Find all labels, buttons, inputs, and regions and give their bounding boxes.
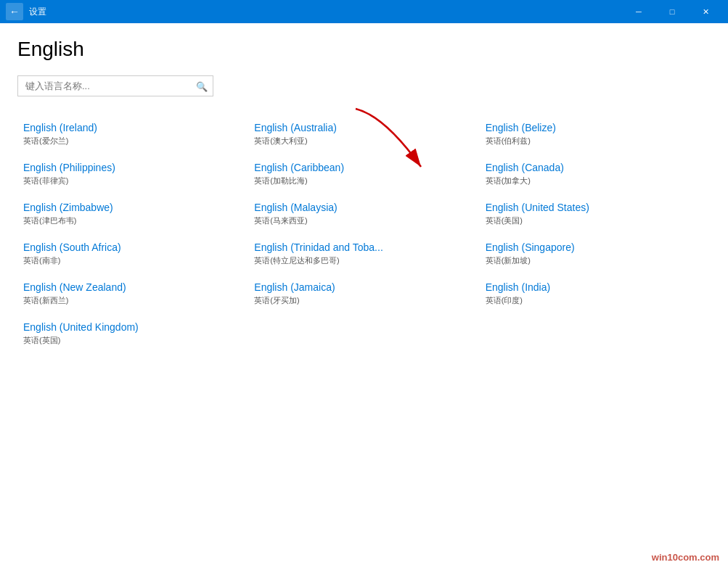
- lang-item-philippines[interactable]: English (Philippines) 英语(菲律宾): [17, 154, 248, 194]
- lang-name: English (Caribbean): [254, 161, 473, 175]
- lang-sub: 英语(马来西亚): [254, 215, 473, 226]
- close-button[interactable]: ✕: [689, 0, 722, 23]
- lang-item-belize[interactable]: English (Belize) 英语(伯利兹): [480, 114, 711, 154]
- lang-name: English (Malaysia): [254, 201, 473, 215]
- lang-item-jamaica[interactable]: English (Jamaica) 英语(牙买加): [248, 273, 479, 313]
- main-content: English 🔍 English (Ireland) 英语(爱尔兰) Engl…: [0, 23, 728, 368]
- back-button[interactable]: ←: [6, 3, 23, 20]
- lang-name: English (Philippines): [23, 161, 242, 175]
- lang-sub: 英语(特立尼达和多巴哥): [254, 255, 473, 266]
- lang-item-ireland[interactable]: English (Ireland) 英语(爱尔兰): [17, 114, 248, 154]
- language-grid: English (Ireland) 英语(爱尔兰) English (Austr…: [17, 114, 711, 353]
- lang-item-united-states[interactable]: English (United States) 英语(美国): [480, 194, 711, 234]
- lang-item-singapore[interactable]: English (Singapore) 英语(新加坡): [480, 234, 711, 273]
- lang-sub: 英语(伯利兹): [486, 136, 705, 146]
- lang-sub: 英语(南非): [23, 255, 242, 266]
- titlebar-left: ← 设置: [6, 3, 46, 20]
- search-icon: 🔍: [196, 80, 208, 91]
- lang-name: English (United Kingdom): [23, 321, 242, 335]
- search-input[interactable]: [17, 75, 213, 96]
- lang-sub: 英语(新加坡): [486, 255, 705, 266]
- lang-sub: 英语(加拿大): [486, 175, 705, 186]
- lang-item-canada[interactable]: English (Canada) 英语(加拿大): [480, 154, 711, 194]
- page-title: English: [17, 38, 711, 61]
- lang-sub: 英语(爱尔兰): [23, 136, 242, 146]
- lang-name: English (South Africa): [23, 241, 242, 255]
- lang-item-zimbabwe[interactable]: English (Zimbabwe) 英语(津巴布韦): [17, 194, 248, 234]
- lang-name: English (Singapore): [486, 241, 705, 255]
- maximize-button[interactable]: □: [655, 0, 689, 23]
- lang-sub: 英语(英国): [23, 335, 242, 346]
- lang-sub: 英语(美国): [486, 215, 705, 226]
- lang-name: English (United States): [486, 201, 705, 215]
- lang-name: English (Belize): [486, 121, 705, 136]
- titlebar-title: 设置: [29, 6, 46, 18]
- watermark: win10com.com: [652, 552, 719, 563]
- lang-sub: 英语(印度): [486, 295, 705, 306]
- titlebar-controls: ─ □ ✕: [622, 0, 722, 23]
- lang-sub: 英语(加勒比海): [254, 175, 473, 186]
- search-box: 🔍: [17, 75, 213, 96]
- lang-item-united-kingdom[interactable]: English (United Kingdom) 英语(英国): [17, 313, 248, 353]
- lang-item-new-zealand[interactable]: English (New Zealand) 英语(新西兰): [17, 273, 248, 313]
- lang-name: English (New Zealand): [23, 281, 242, 295]
- lang-item-australia[interactable]: English (Australia) 英语(澳大利亚): [248, 114, 479, 154]
- lang-item-trinidad[interactable]: English (Trinidad and Toba... 英语(特立尼达和多巴…: [248, 234, 479, 273]
- lang-item-india[interactable]: English (India) 英语(印度): [480, 273, 711, 313]
- lang-name: English (Trinidad and Toba...: [254, 241, 473, 255]
- lang-sub: 英语(新西兰): [23, 295, 242, 306]
- lang-item-caribbean[interactable]: English (Caribbean) 英语(加勒比海): [248, 154, 479, 194]
- lang-name: English (Australia): [254, 121, 473, 136]
- lang-item-malaysia[interactable]: English (Malaysia) 英语(马来西亚): [248, 194, 479, 234]
- titlebar: ← 设置 ─ □ ✕: [0, 0, 728, 23]
- lang-sub: 英语(津巴布韦): [23, 215, 242, 226]
- lang-name: English (Canada): [486, 161, 705, 175]
- lang-name: English (Jamaica): [254, 281, 473, 295]
- lang-name: English (Ireland): [23, 121, 242, 136]
- lang-sub: 英语(澳大利亚): [254, 136, 473, 146]
- lang-name: English (Zimbabwe): [23, 201, 242, 215]
- lang-name: English (India): [486, 281, 705, 295]
- lang-sub: 英语(菲律宾): [23, 175, 242, 186]
- lang-item-south-africa[interactable]: English (South Africa) 英语(南非): [17, 234, 248, 273]
- minimize-button[interactable]: ─: [622, 0, 655, 23]
- lang-sub: 英语(牙买加): [254, 295, 473, 306]
